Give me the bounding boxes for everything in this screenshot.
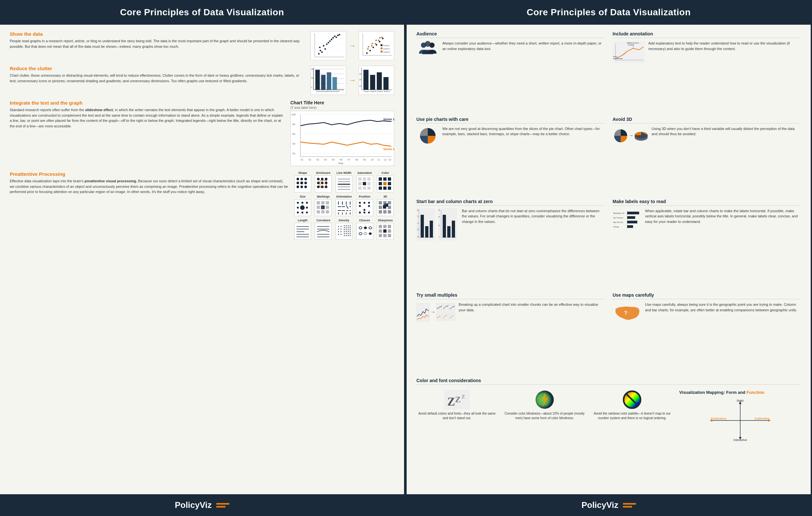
svg-point-152 <box>306 211 308 213</box>
pre-linewidth-box <box>336 175 352 192</box>
pre-enclosure: Enclosure <box>314 171 332 192</box>
avoid3d-visual: → <box>613 126 648 146</box>
pre-saturation-box <box>356 175 373 192</box>
pre-3d: 3D <box>376 195 394 216</box>
svg-point-146 <box>306 202 308 204</box>
labels-visual: Washington, DC San Francisco New York Ci… <box>613 208 642 232</box>
svg-point-151 <box>301 211 303 213</box>
svg-text:'11: '11 <box>377 159 380 161</box>
svg-rect-63 <box>364 70 369 90</box>
right-content: Audience Always consider you <box>407 25 811 494</box>
svg-text:0: 0 <box>438 236 439 238</box>
svg-point-26 <box>379 41 380 42</box>
scatter-after: Country 1 Country 2 Country 3 <box>358 31 394 60</box>
svg-rect-300 <box>450 304 455 311</box>
svg-point-116 <box>321 182 323 184</box>
left-title: Core Principles of Data Visualization <box>120 7 284 17</box>
svg-point-17 <box>336 36 337 38</box>
svg-rect-240 <box>383 225 386 228</box>
svg-point-33 <box>368 46 369 48</box>
svg-point-231 <box>344 233 345 234</box>
svg-rect-275 <box>425 226 428 237</box>
svg-point-36 <box>379 37 381 39</box>
svg-point-30 <box>375 43 376 45</box>
svg-text:Washington, DC: Washington, DC <box>613 212 625 214</box>
svg-rect-302 <box>443 313 448 320</box>
svg-text:'02: '02 <box>308 159 311 161</box>
right-footer: PolicyViz <box>407 494 811 516</box>
svg-rect-196 <box>383 210 386 213</box>
small-multiples-section: Try small multiples → <box>416 292 605 372</box>
reduce-clutter-body: Chart clutter, those unnecessary or dist… <box>10 73 305 84</box>
scatter-before-chart <box>311 31 346 60</box>
svg-rect-39 <box>381 48 383 49</box>
bar-zero-visual: 60 65 70 75 80 0 <box>416 208 459 241</box>
svg-point-110 <box>304 185 307 188</box>
left-brand: PolicyViz <box>175 500 212 510</box>
svg-rect-128 <box>367 177 371 181</box>
svg-rect-106 <box>300 182 303 184</box>
svg-text:Highest point in: Highest point in <box>627 42 639 44</box>
svg-point-14 <box>331 39 332 40</box>
svg-point-229 <box>348 231 349 232</box>
svg-point-11 <box>326 44 328 45</box>
footer-line-1 <box>216 503 229 505</box>
line-chart-svg: 100 80 60 40 20 '01 '02 '03 '04 '05 '06 … <box>291 111 395 166</box>
svg-text:40: 40 <box>292 142 295 145</box>
svg-point-112 <box>321 178 323 180</box>
svg-text:20: 20 <box>311 77 313 79</box>
left-panel: Core Principles of Data Visualization Sh… <box>0 0 405 516</box>
svg-rect-142 <box>383 187 386 190</box>
svg-point-107 <box>304 182 307 184</box>
svg-text:80: 80 <box>438 209 440 211</box>
pre-curvature: Curvature <box>314 219 332 240</box>
svg-rect-157 <box>321 206 324 209</box>
color-font-section: Color and font considerations Z Z Z <box>416 378 801 488</box>
svg-rect-127 <box>363 177 366 181</box>
pre-length: Length <box>294 219 312 240</box>
integrate-text: Integrate the text and the graph Standar… <box>10 100 285 166</box>
svg-rect-130 <box>363 182 366 185</box>
svg-text:60: 60 <box>417 236 419 238</box>
svg-rect-41 <box>381 51 383 53</box>
right-header: Core Principles of Data Visualization <box>407 0 811 25</box>
svg-text:New York City: New York City <box>613 221 623 223</box>
svg-rect-274 <box>420 215 424 237</box>
preattentive-text: Preattentive Processing Effective data v… <box>10 171 288 240</box>
bar-before-chart: Group A Group B Group C Group D 40 20 0 <box>311 66 346 94</box>
maps-content: ? Use maps carefully, always being sure … <box>613 302 801 326</box>
svg-point-186 <box>368 211 370 213</box>
svg-text:Explanatory: Explanatory <box>711 417 727 420</box>
svg-point-236 <box>346 235 347 236</box>
scatter-arrow: → <box>349 41 356 50</box>
svg-rect-64 <box>370 75 375 90</box>
chart-title: Chart Title Here <box>290 100 394 105</box>
svg-point-225 <box>348 229 349 230</box>
svg-rect-187 <box>379 201 382 204</box>
svg-rect-143 <box>388 187 391 190</box>
svg-rect-245 <box>379 234 382 237</box>
pre-closure: Closure <box>356 219 374 240</box>
svg-text:Group B: Group B <box>370 91 376 92</box>
svg-point-221 <box>348 227 349 228</box>
pie-title: Use pie charts with care <box>416 117 605 123</box>
svg-text:→: → <box>629 133 633 138</box>
svg-text:10: 10 <box>359 85 361 87</box>
svg-rect-52 <box>327 73 331 90</box>
annotation-section: Include annotation Highest point in 5 ye… <box>613 31 801 111</box>
svg-point-8 <box>319 47 321 48</box>
svg-point-209 <box>338 229 339 230</box>
pre-orientation-box <box>336 199 352 216</box>
pre-density: Density <box>335 219 353 240</box>
svg-point-147 <box>297 207 299 209</box>
svg-point-216 <box>346 226 347 227</box>
annotation-content: Highest point in 5 years Policy Implemen… <box>613 40 801 65</box>
svg-point-102 <box>296 178 299 180</box>
svg-text:San Francisco: San Francisco <box>613 217 624 219</box>
svg-point-223 <box>344 229 345 230</box>
pie-body: We are not very good at discerning quant… <box>442 126 605 137</box>
svg-point-149 <box>306 207 308 209</box>
left-header: Core Principles of Data Visualization <box>0 0 404 25</box>
svg-text:'03: '03 <box>316 159 319 161</box>
svg-rect-284 <box>443 215 446 237</box>
